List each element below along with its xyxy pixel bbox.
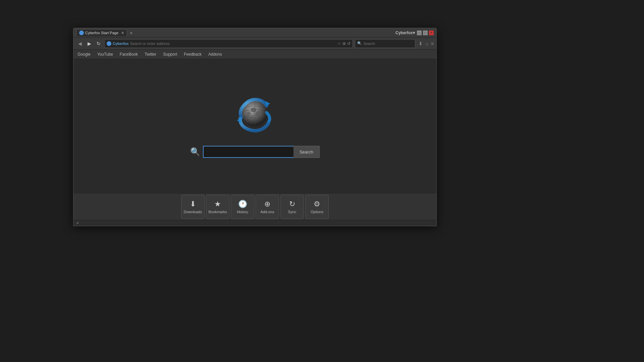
location-bar[interactable]: Cyberfox ☆ ⊕ ↺ xyxy=(104,39,353,48)
home-icon[interactable]: ⌂ xyxy=(425,41,428,46)
search-input-small[interactable] xyxy=(363,42,404,46)
search-bar: 🔍 xyxy=(355,39,415,48)
bookmark-addons[interactable]: Addons xyxy=(208,52,222,57)
star-icon[interactable]: ☆ xyxy=(337,41,341,46)
refresh-button[interactable]: ↻ xyxy=(95,40,102,47)
sync-label: Sync xyxy=(288,210,296,214)
browser-window: Cyberfox Start Page ✕ + Cyberfox▾ — □ ✕ … xyxy=(73,28,437,226)
search-area: 🔍 Search xyxy=(190,146,320,158)
back-button[interactable]: ◀ xyxy=(76,40,84,47)
addons-icon: ⊕ xyxy=(264,200,270,208)
tab-favicon xyxy=(79,31,84,35)
tab-area: Cyberfox Start Page ✕ + xyxy=(76,29,393,36)
browser-content: 🔍 Search xyxy=(73,59,436,193)
active-tab[interactable]: Cyberfox Start Page ✕ xyxy=(76,29,127,36)
options-button[interactable]: ⚙ Options xyxy=(305,195,329,219)
downloads-button[interactable]: ⬇ Downloads xyxy=(181,195,205,219)
sync-button[interactable]: ↻ Sync xyxy=(280,195,304,219)
globe-logo xyxy=(235,94,275,136)
desktop: Cyberfox Start Page ✕ + Cyberfox▾ — □ ✕ … xyxy=(0,0,644,362)
forward-button[interactable]: ▶ xyxy=(86,40,93,47)
tab-label: Cyberfox Start Page xyxy=(85,31,118,35)
close-button[interactable]: ✕ xyxy=(429,31,434,35)
bookmark-facebook[interactable]: FaceBook xyxy=(120,52,138,57)
history-label: History xyxy=(237,210,248,214)
refresh2-icon[interactable]: ↺ xyxy=(347,41,351,46)
window-controls: — □ ✕ xyxy=(417,31,434,35)
nav-bar: ◀ ▶ ↻ Cyberfox ☆ ⊕ ↺ 🔍 ⬇ ⌂ ≡ xyxy=(73,38,436,50)
tab-close-icon[interactable]: ✕ xyxy=(121,31,124,35)
addons-button[interactable]: ⊕ Add-ons xyxy=(256,195,279,219)
search-button[interactable]: Search xyxy=(293,146,320,158)
maximize-button[interactable]: □ xyxy=(423,31,428,35)
bookmarks-icon: ★ xyxy=(214,200,221,208)
bookmark-feedback[interactable]: Feedback xyxy=(184,52,202,57)
status-bar: ✕ xyxy=(73,220,436,226)
download-icon[interactable]: ⬇ xyxy=(419,41,423,46)
downloads-label: Downloads xyxy=(184,210,202,214)
bookmark-twitter[interactable]: Twitter xyxy=(145,52,156,57)
star2-icon[interactable]: ⊕ xyxy=(342,41,346,46)
location-input[interactable] xyxy=(130,42,336,46)
status-text: ✕ xyxy=(76,221,79,225)
location-icons: ☆ ⊕ ↺ xyxy=(337,41,351,46)
main-search-input[interactable] xyxy=(203,146,293,158)
location-favicon xyxy=(107,41,111,46)
minimize-button[interactable]: — xyxy=(417,31,422,35)
sync-icon: ↻ xyxy=(289,200,295,208)
search-icon-small: 🔍 xyxy=(357,41,362,46)
history-button[interactable]: 🕐 History xyxy=(231,195,254,219)
options-label: Options xyxy=(311,210,323,214)
browser-title: Cyberfox▾ xyxy=(395,31,415,35)
addons-label: Add-ons xyxy=(261,210,274,214)
bookmarks-label: Bookmarks xyxy=(208,210,227,214)
history-icon: 🕐 xyxy=(238,200,247,208)
options-icon: ⚙ xyxy=(314,200,320,208)
bottom-toolbar: ⬇ Downloads ★ Bookmarks 🕐 History ⊕ Add-… xyxy=(73,193,436,220)
bookmarks-bar: Google YouTube FaceBook Twitter Support … xyxy=(73,50,436,59)
location-brand: Cyberfox xyxy=(113,42,129,46)
new-tab-button[interactable]: + xyxy=(128,30,134,36)
menu-icon[interactable]: ≡ xyxy=(431,41,434,46)
search-icon-main: 🔍 xyxy=(190,147,200,157)
title-bar: Cyberfox Start Page ✕ + Cyberfox▾ — □ ✕ xyxy=(73,28,436,38)
downloads-icon: ⬇ xyxy=(190,200,196,208)
bookmark-google[interactable]: Google xyxy=(77,52,91,57)
bookmark-youtube[interactable]: YouTube xyxy=(97,52,113,57)
toolbar-icons: ⬇ ⌂ ≡ xyxy=(419,41,434,46)
bookmark-support[interactable]: Support xyxy=(163,52,177,57)
bookmarks-button[interactable]: ★ Bookmarks xyxy=(206,195,229,219)
